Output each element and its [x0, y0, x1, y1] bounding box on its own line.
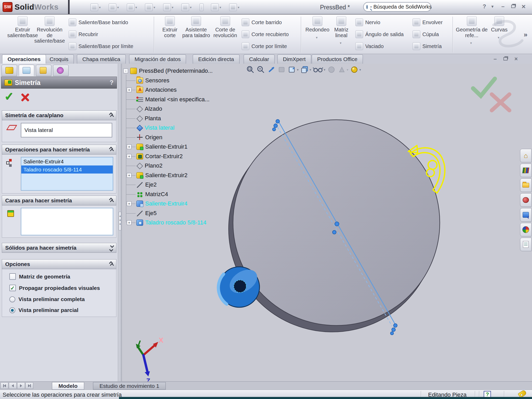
- dimxpertmanager-tab[interactable]: [53, 65, 69, 76]
- full-preview-option[interactable]: Vista preliminar completa: [9, 296, 85, 302]
- apply-scene-button[interactable]: ▾: [337, 65, 349, 74]
- tree-item-saliente-extruir1[interactable]: +Saliente-Extruir1: [123, 142, 235, 152]
- tree-item-material[interactable]: Material <sin especifica...: [123, 95, 235, 104]
- tree-item-saliente-extruir2[interactable]: +Saliente-Extruir2: [123, 171, 235, 180]
- section-faces-header[interactable]: Caras para hacer simetría: [2, 196, 116, 205]
- erase-button[interactable]: [200, 2, 212, 12]
- tab-migracion-datos[interactable]: Migración de datos: [129, 55, 186, 64]
- section-view-button[interactable]: [277, 65, 286, 74]
- ribbon-overflow-button[interactable]: »: [524, 31, 527, 39]
- save-button[interactable]: ▾: [127, 2, 139, 12]
- print-button[interactable]: ▾: [145, 2, 157, 12]
- section-bodies-header[interactable]: Sólidos para hacer simetría: [2, 243, 116, 253]
- close-button[interactable]: ×: [522, 3, 526, 11]
- hole-wizard-button[interactable]: Asistente para taladro: [182, 16, 210, 38]
- propagate-visual-checkbox[interactable]: [9, 285, 16, 291]
- partial-preview-radio[interactable]: [9, 307, 15, 313]
- design-library-button[interactable]: [520, 164, 531, 177]
- expand-box[interactable]: +: [127, 154, 131, 159]
- pm-help-button[interactable]: ?: [110, 79, 114, 86]
- tab-productos-office[interactable]: Productos Office: [312, 55, 363, 64]
- help-button[interactable]: ?: [483, 3, 486, 10]
- boundary-boss-button[interactable]: Saliente/Base por límite: [69, 41, 133, 52]
- ear-hole[interactable]: [234, 280, 246, 292]
- section-mirror-plane-header[interactable]: Simetría de cara/plano: [2, 110, 116, 120]
- tab-operaciones[interactable]: Operaciones: [2, 55, 46, 64]
- tree-item-vista-lateral[interactable]: Vista lateral: [123, 123, 235, 133]
- full-preview-radio[interactable]: [9, 296, 15, 302]
- tab-croquis[interactable]: Croquis: [44, 55, 74, 64]
- loft-boss-button[interactable]: Recubrir: [69, 29, 98, 40]
- expand-box[interactable]: +: [127, 144, 131, 149]
- configurationmanager-tab[interactable]: [36, 65, 51, 76]
- zoom-area-button[interactable]: [256, 65, 265, 74]
- pallet-button[interactable]: [520, 238, 531, 251]
- tree-item-taladro-roscado[interactable]: +Taladro roscado 5/8-114: [123, 218, 235, 228]
- view-orientation-button[interactable]: ▾: [288, 65, 299, 74]
- first-tab-button[interactable]: [1, 382, 8, 389]
- tab-edicion-directa[interactable]: Edición directa: [193, 55, 240, 64]
- dome-button[interactable]: Cúpula: [413, 29, 439, 40]
- rebuild-button[interactable]: ▾: [229, 2, 242, 12]
- rib-button[interactable]: Nervio: [355, 17, 380, 28]
- minimize-button[interactable]: –: [501, 3, 504, 10]
- prev-tab-button[interactable]: [9, 382, 17, 389]
- pm-ok-button[interactable]: ✓: [4, 90, 14, 103]
- previous-view-button[interactable]: [267, 65, 276, 74]
- select-button[interactable]: ▾: [181, 2, 194, 12]
- appearances-button[interactable]: [520, 208, 531, 222]
- pm-cancel-button[interactable]: [21, 93, 30, 102]
- tree-item-plano2[interactable]: Plano2: [123, 161, 235, 171]
- tree-item-planta[interactable]: Planta: [123, 114, 235, 123]
- next-tab-button[interactable]: [17, 382, 25, 389]
- tree-item-origen[interactable]: Origen: [123, 133, 235, 142]
- new-document-button[interactable]: ▾: [90, 2, 103, 12]
- tree-item-eje5[interactable]: Eje5: [123, 209, 235, 218]
- open-button[interactable]: ▾: [109, 2, 121, 12]
- reference-geometry-dropdown-icon[interactable]: ▾: [470, 41, 472, 45]
- tree-item-matrizc4[interactable]: MatrizC4: [123, 190, 235, 199]
- fillet-button[interactable]: Redondeo▾: [303, 16, 331, 33]
- toolbox-button[interactable]: [520, 193, 531, 207]
- tree-item-alzado[interactable]: Alzado: [123, 104, 235, 114]
- doc-minimize-button[interactable]: –: [494, 56, 497, 62]
- panel-splitter[interactable]: ◂◂◂: [118, 64, 122, 381]
- featuremanager-tree-tab[interactable]: [2, 65, 17, 76]
- expand-box[interactable]: +: [127, 88, 131, 92]
- confirmation-corner[interactable]: [473, 79, 509, 110]
- list-item[interactable]: Saliente-Extruir4: [21, 157, 113, 165]
- revolve-cut-button[interactable]: Corte de revolución: [210, 16, 241, 38]
- section-options-header[interactable]: Opciones: [2, 259, 116, 269]
- splitter-handle[interactable]: ◂◂◂: [118, 212, 121, 230]
- partial-preview-option[interactable]: Vista preliminar parcial: [9, 307, 78, 313]
- geometry-pattern-checkbox[interactable]: [9, 273, 16, 280]
- propagate-visual-option[interactable]: Propagar propiedades visuales: [9, 285, 100, 291]
- propertymanager-tab[interactable]: [19, 65, 34, 76]
- section-features-header[interactable]: Operaciones para hacer simetría: [2, 145, 116, 155]
- hide-show-items-button[interactable]: ▾: [313, 65, 325, 74]
- solidworks-resources-button[interactable]: ⌂: [520, 149, 531, 162]
- tab-chapa-metalica[interactable]: Chapa metálica: [77, 55, 126, 64]
- tree-item-eje2[interactable]: Eje2: [123, 180, 235, 190]
- features-to-mirror-list[interactable]: Saliente-Extruir4 Taladro roscado 5/8-11…: [21, 157, 113, 191]
- fillet-dropdown-icon[interactable]: ▾: [316, 36, 318, 39]
- faces-to-mirror-list[interactable]: [21, 208, 113, 235]
- tree-item-cortar-extruir2[interactable]: +Cortar-Extruir2: [123, 152, 235, 161]
- tab-calcular[interactable]: Calcular: [244, 55, 275, 64]
- options-button[interactable]: ▾: [211, 2, 223, 12]
- linear-pattern-button[interactable]: Matriz lineal▾: [329, 16, 353, 38]
- tab-estudio-movimiento[interactable]: Estudio de movimiento 1: [93, 382, 166, 390]
- confirm-cancel-icon[interactable]: [492, 94, 509, 110]
- mirror-plane-field[interactable]: Vista lateral: [21, 123, 112, 137]
- lofted-cut-button[interactable]: Corte recubierto: [242, 29, 289, 40]
- graphics-viewport[interactable]: X Z -PressBed (Predeterminado... Sensore…: [122, 64, 532, 381]
- undo-button[interactable]: ▾: [163, 2, 176, 12]
- restore-button[interactable]: [511, 5, 515, 8]
- doc-restore-button[interactable]: [503, 57, 508, 61]
- zoom-fit-button[interactable]: [246, 65, 255, 74]
- tree-item-sensores[interactable]: Sensores: [123, 76, 235, 85]
- draft-button[interactable]: Ángulo de salida: [355, 29, 404, 40]
- mirror-button[interactable]: Simetría: [413, 41, 442, 52]
- geometry-pattern-option[interactable]: Matriz de geometría: [9, 273, 70, 280]
- search-dropdown-icon[interactable]: ▾: [370, 5, 372, 9]
